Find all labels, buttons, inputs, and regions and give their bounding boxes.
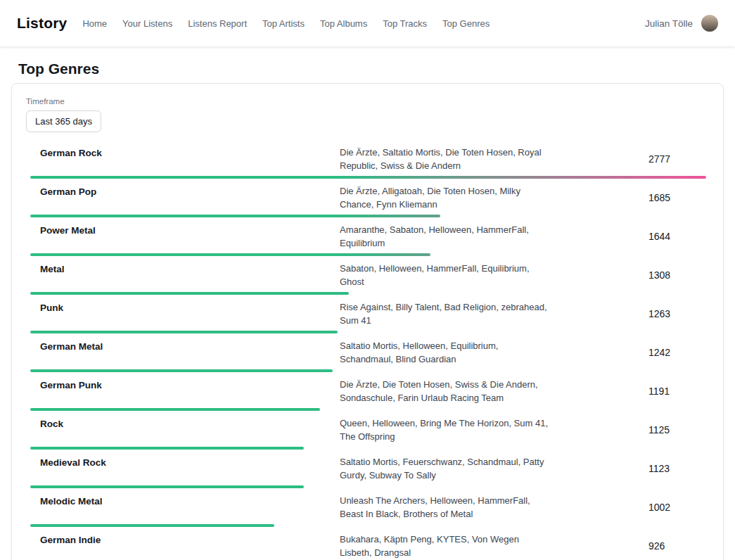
main-nav: Home Your Listens Listens Report Top Art… (82, 18, 490, 29)
genre-bar-track (30, 524, 706, 527)
genre-name: Punk (40, 300, 340, 314)
genre-play-count: 1002 (648, 502, 706, 513)
genre-row: Melodic Metal Unleash The Archers, Hello… (30, 494, 706, 527)
app-logo[interactable]: Listory (17, 15, 67, 32)
genre-top-artists: Saltatio Mortis, Helloween, Equilibrium,… (340, 339, 551, 366)
genre-row-main: German Indie Bukahara, Käptn Peng, KYTES… (30, 533, 706, 559)
page-title: Top Genres (18, 59, 724, 78)
genre-bar (30, 524, 274, 527)
genre-bar (30, 292, 349, 295)
genre-row-main: German Metal Saltatio Mortis, Helloween,… (30, 339, 706, 366)
genre-row-main: Metal Sabaton, Helloween, HammerFall, Eq… (30, 262, 706, 288)
genre-row: German Punk Die Ärzte, Die Toten Hosen, … (30, 378, 706, 411)
genre-bar (30, 253, 430, 256)
genre-row: German Pop Die Ärzte, Alligatoah, Die To… (30, 184, 706, 217)
top-genres-card: Timeframe Last 365 days German Rock Die … (11, 83, 724, 560)
genre-top-artists: Sabaton, Helloween, HammerFall, Equilibr… (340, 262, 551, 288)
genre-row: Medieval Rock Saltatio Mortis, Feuerschw… (30, 455, 706, 488)
genre-row: Metal Sabaton, Helloween, HammerFall, Eq… (30, 262, 706, 295)
nav-top-genres[interactable]: Top Genres (442, 18, 490, 29)
genre-bar-track (30, 331, 706, 333)
genre-bar (30, 369, 333, 372)
genre-row: German Metal Saltatio Mortis, Helloween,… (30, 339, 706, 372)
genre-bar-track (30, 176, 706, 179)
genre-top-artists: Amaranthe, Sabaton, Helloween, HammerFal… (340, 223, 551, 250)
genre-play-count: 1308 (648, 269, 706, 281)
nav-home[interactable]: Home (82, 18, 107, 29)
genre-top-artists: Die Ärzte, Alligatoah, Die Toten Hosen, … (340, 184, 551, 211)
genre-top-artists: Saltatio Mortis, Feuerschwanz, Schandmau… (340, 455, 551, 482)
genre-row: German Rock Die Ärzte, Saltatio Mortis, … (30, 146, 706, 179)
user-area: Julian Tölle (645, 15, 718, 32)
genre-row-main: Rock Queen, Helloween, Bring Me The Hori… (30, 416, 706, 443)
main-content: Top Genres Timeframe Last 365 days Germa… (0, 59, 735, 560)
genre-name: German Pop (40, 184, 340, 198)
genre-top-artists: Queen, Helloween, Bring Me The Horizon, … (340, 416, 551, 443)
user-avatar[interactable] (701, 15, 718, 32)
genre-row-main: German Pop Die Ärzte, Alligatoah, Die To… (30, 184, 706, 211)
genre-play-count: 1644 (648, 231, 706, 242)
genre-bar (30, 447, 304, 450)
genre-bar (30, 215, 440, 217)
genre-top-artists: Die Ärzte, Die Toten Hosen, Swiss & Die … (340, 378, 551, 405)
genre-row-main: German Rock Die Ärzte, Saltatio Mortis, … (30, 146, 706, 172)
nav-top-artists[interactable]: Top Artists (262, 18, 305, 29)
genre-play-count: 1685 (648, 192, 706, 203)
genre-bar (30, 331, 338, 333)
timeframe-label: Timeframe (26, 96, 709, 106)
genre-bar (30, 408, 320, 411)
genre-name: German Indie (40, 533, 340, 547)
timeframe-select[interactable]: Last 365 days (26, 110, 101, 132)
genre-bar-track (30, 215, 706, 217)
genre-row: Punk Rise Against, Billy Talent, Bad Rel… (30, 300, 706, 333)
genre-row: Rock Queen, Helloween, Bring Me The Hori… (30, 416, 706, 450)
genre-bar-track (30, 292, 706, 295)
genre-row-main: Punk Rise Against, Billy Talent, Bad Rel… (30, 300, 706, 327)
genre-row-main: Power Metal Amaranthe, Sabaton, Hellowee… (30, 223, 706, 250)
top-navbar: Listory Home Your Listens Listens Report… (0, 0, 735, 46)
genre-name: Rock (40, 416, 340, 431)
genre-name: Metal (40, 262, 340, 276)
genre-name: German Metal (40, 339, 340, 353)
nav-top-albums[interactable]: Top Albums (320, 18, 367, 29)
genre-play-count: 926 (648, 540, 706, 552)
genre-bar (30, 485, 304, 488)
genre-bar-track (30, 408, 706, 411)
genre-row-main: Medieval Rock Saltatio Mortis, Feuerschw… (30, 455, 706, 482)
genre-name: German Punk (40, 378, 340, 392)
nav-your-listens[interactable]: Your Listens (122, 18, 172, 29)
user-name[interactable]: Julian Tölle (645, 18, 693, 29)
genre-top-artists: Unleash The Archers, Helloween, HammerFa… (340, 494, 551, 521)
genre-play-count: 1242 (648, 347, 706, 358)
genre-list: German Rock Die Ärzte, Saltatio Mortis, … (30, 146, 706, 560)
nav-listens-report[interactable]: Listens Report (188, 18, 247, 29)
genre-bar-track (30, 253, 706, 256)
genre-row: German Indie Bukahara, Käptn Peng, KYTES… (30, 533, 706, 560)
genre-bar-track (30, 485, 706, 488)
genre-bar (30, 176, 706, 179)
nav-top-tracks[interactable]: Top Tracks (383, 18, 427, 29)
genre-bar-track (30, 369, 706, 372)
genre-top-artists: Bukahara, Käptn Peng, KYTES, Von Wegen L… (340, 533, 551, 559)
genre-row-main: Melodic Metal Unleash The Archers, Hello… (30, 494, 706, 521)
genre-row-main: German Punk Die Ärzte, Die Toten Hosen, … (30, 378, 706, 405)
genre-play-count: 1263 (648, 308, 706, 319)
genre-play-count: 1123 (648, 463, 706, 474)
genre-name: Medieval Rock (40, 455, 340, 469)
genre-play-count: 1191 (648, 386, 706, 397)
genre-top-artists: Rise Against, Billy Talent, Bad Religion… (340, 300, 551, 327)
genre-top-artists: Die Ärzte, Saltatio Mortis, Die Toten Ho… (340, 146, 551, 172)
genre-name: Melodic Metal (40, 494, 340, 508)
genre-bar-track (30, 447, 706, 450)
genre-name: Power Metal (40, 223, 340, 237)
genre-row: Power Metal Amaranthe, Sabaton, Hellowee… (30, 223, 706, 256)
genre-play-count: 1125 (648, 424, 706, 435)
genre-play-count: 2777 (648, 153, 706, 165)
genre-name: German Rock (40, 146, 340, 160)
